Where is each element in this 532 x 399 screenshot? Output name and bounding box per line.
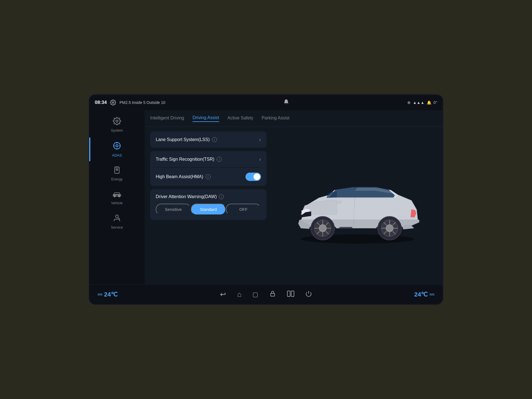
adas-label: ADAS [112,153,122,157]
car-display-area [272,127,443,284]
settings-icon [110,99,116,106]
tab-parking-assist[interactable]: Parking Assist [262,116,289,122]
svg-point-3 [116,145,118,147]
energy-icon [113,166,121,175]
daw-card: Driver Attention Warning(DAW) i Sensitiv… [150,189,267,220]
svg-rect-43 [271,293,275,296]
back-nav-icon[interactable]: ↩ [220,290,226,299]
hma-row: High Beam Assist(HMA) i [150,168,267,186]
vehicle-label: Vehicle [111,201,123,205]
sidebar-item-system[interactable]: System [89,113,145,136]
signal-icon: ▲▲▲ [413,100,424,105]
main-area: System ADAS [89,110,443,284]
tsr-info-icon[interactable]: i [217,157,222,162]
svg-rect-42 [339,227,352,230]
sidebar-item-adas[interactable]: ADAS [89,137,145,161]
gps-icon: ⊕ [407,100,411,105]
status-center [283,99,289,106]
service-icon [113,214,121,224]
svg-point-15 [116,215,118,218]
temp-left: ≈≈ 24℃ [98,291,118,298]
svg-point-32 [386,225,393,232]
recent-nav-icon[interactable]: ▢ [252,291,258,298]
adas-icon [112,141,121,152]
temp-value-right: 24℃ [414,291,428,298]
bell-icon [283,99,289,105]
bottom-nav: ↩ ⌂ ▢ [220,290,312,299]
tsr-chevron[interactable]: › [259,156,261,162]
pm25-label: PM2.5 Inside 5 Outside 10 [119,100,165,105]
settings-panel: Lane Support System(LSS) i › Traffic Sig… [145,127,272,284]
sidebar-item-energy[interactable]: Energy [89,162,145,185]
sidebar-item-vehicle[interactable]: Vehicle [89,186,145,209]
daw-btn-sensitive[interactable]: Sensitive [156,204,191,215]
alarm-icon: 🔔 [427,100,431,105]
content-body: Lane Support System(LSS) i › Traffic Sig… [145,127,443,284]
lss-info-icon[interactable]: i [212,137,217,142]
split-nav-icon[interactable] [287,290,294,299]
svg-point-0 [112,102,114,103]
tab-active-safety[interactable]: Active Safety [227,116,253,122]
vehicle-icon [112,190,121,199]
svg-rect-44 [287,291,290,296]
status-time: 08:34 [95,100,107,105]
hma-title: High Beam Assist(HMA) i [156,174,211,179]
status-left: 08:34 PM2.5 Inside 5 Outside 10 [95,99,165,106]
hma-toggle[interactable] [245,173,261,181]
temp-wave-right: ≈≈ [429,292,434,297]
temp-wave-left: ≈≈ [98,292,103,297]
system-label: System [111,128,123,132]
lss-title: Lane Support System(LSS) i [156,137,217,142]
svg-point-1 [116,120,118,122]
hma-info-icon[interactable]: i [206,174,211,179]
power-nav-icon[interactable] [305,290,312,299]
daw-btn-standard[interactable]: Standard [191,204,226,215]
daw-title: Driver Attention Warning(DAW) i [156,194,224,199]
tab-intelligent-driving[interactable]: Intelligent Driving [150,116,184,122]
status-bar: 08:34 PM2.5 Inside 5 Outside 10 ⊕ ▲▲▲ 🔔 … [89,95,443,110]
daw-btn-off[interactable]: OFF [226,204,261,215]
car-image [285,164,429,247]
svg-rect-45 [291,291,294,296]
lock-nav-icon[interactable] [269,290,276,299]
tab-bar: Intelligent Driving Driving Assist Activ… [145,110,443,127]
main-screen: 08:34 PM2.5 Inside 5 Outside 10 ⊕ ▲▲▲ 🔔 … [89,94,443,305]
sidebar: System ADAS [89,110,145,284]
daw-info-icon[interactable]: i [219,194,224,199]
energy-label: Energy [111,177,122,181]
lss-card: Lane Support System(LSS) i › [150,131,267,148]
svg-point-13 [114,195,116,197]
svg-point-20 [319,225,326,232]
system-icon [113,117,121,127]
daw-button-group: Sensitive Standard OFF [156,204,261,215]
status-right: ⊕ ▲▲▲ 🔔 0° [407,100,437,105]
lss-chevron[interactable]: › [259,136,261,143]
tsr-title: Traffic Sign Recognition(TSR) i [156,157,222,162]
tab-driving-assist[interactable]: Driving Assist [193,115,219,122]
sidebar-item-service[interactable]: Service [89,210,145,233]
temp-value-left: 24℃ [104,291,118,298]
service-label: Service [111,225,123,229]
bottom-bar: ≈≈ 24℃ ↩ ⌂ ▢ [89,284,443,304]
home-nav-icon[interactable]: ⌂ [237,290,242,299]
temp-right: 24℃ ≈≈ [414,291,434,298]
tsr-row: Traffic Sign Recognition(TSR) i › [150,151,267,167]
tsr-hma-card: Traffic Sign Recognition(TSR) i › High B… [150,151,267,186]
svg-point-14 [118,195,120,197]
svg-rect-8 [115,167,119,173]
temp-status: 0° [434,100,437,105]
content-panel: Intelligent Driving Driving Assist Activ… [145,110,443,284]
